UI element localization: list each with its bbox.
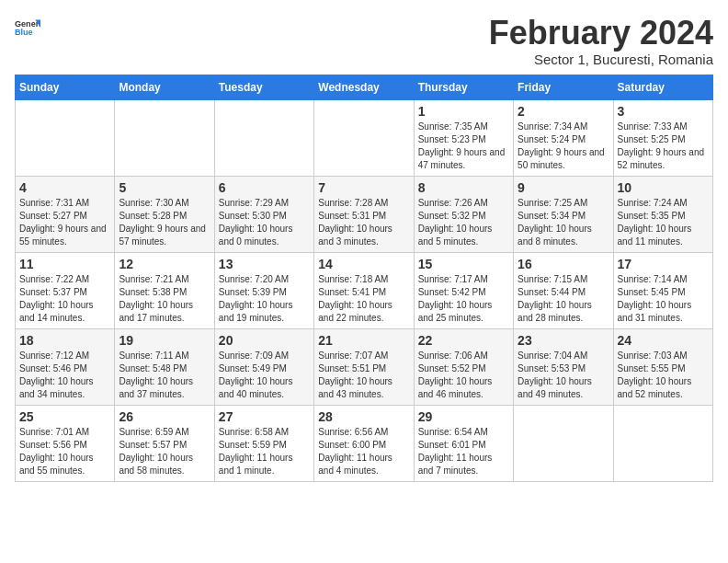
day-cell: 10Sunrise: 7:24 AMSunset: 5:35 PMDayligh… [613,176,712,252]
svg-text:Blue: Blue [15,28,33,37]
day-cell: 28Sunrise: 6:56 AMSunset: 6:00 PMDayligh… [314,405,414,481]
day-cell: 11Sunrise: 7:22 AMSunset: 5:37 PMDayligh… [16,252,115,328]
day-cell: 23Sunrise: 7:04 AMSunset: 5:53 PMDayligh… [514,328,613,405]
header-friday: Friday [514,75,613,99]
day-info: Sunrise: 6:56 AMSunset: 6:00 PMDaylight:… [318,426,409,477]
day-info: Sunrise: 7:07 AMSunset: 5:51 PMDaylight:… [318,350,409,401]
day-number: 4 [19,180,110,195]
day-number: 18 [19,333,110,348]
day-cell [314,99,414,176]
day-info: Sunrise: 7:30 AMSunset: 5:28 PMDaylight:… [119,197,210,248]
day-number: 17 [618,257,709,271]
day-cell: 6Sunrise: 7:29 AMSunset: 5:30 PMDaylight… [214,176,313,252]
day-info: Sunrise: 7:33 AMSunset: 5:25 PMDaylight:… [618,121,709,172]
day-info: Sunrise: 7:14 AMSunset: 5:45 PMDaylight:… [618,273,709,325]
day-number: 11 [19,257,110,271]
week-row-1: 1Sunrise: 7:35 AMSunset: 5:23 PMDaylight… [16,99,713,176]
days-of-week-row: SundayMondayTuesdayWednesdayThursdayFrid… [16,75,713,99]
logo: General Blue [15,15,40,40]
day-info: Sunrise: 7:18 AMSunset: 5:41 PMDaylight:… [318,273,409,325]
header-tuesday: Tuesday [214,75,313,99]
day-number: 3 [618,104,709,119]
day-number: 9 [518,180,609,195]
week-row-3: 11Sunrise: 7:22 AMSunset: 5:37 PMDayligh… [16,252,713,328]
day-cell: 3Sunrise: 7:33 AMSunset: 5:25 PMDaylight… [613,99,712,176]
day-info: Sunrise: 6:58 AMSunset: 5:59 PMDaylight:… [219,426,310,477]
day-cell: 26Sunrise: 6:59 AMSunset: 5:57 PMDayligh… [115,405,214,481]
day-number: 19 [119,333,210,348]
day-cell: 17Sunrise: 7:14 AMSunset: 5:45 PMDayligh… [613,252,712,328]
day-cell: 15Sunrise: 7:17 AMSunset: 5:42 PMDayligh… [414,252,513,328]
day-number: 15 [418,257,509,271]
header-saturday: Saturday [613,75,712,99]
day-number: 12 [119,257,210,271]
day-cell: 13Sunrise: 7:20 AMSunset: 5:39 PMDayligh… [214,252,313,328]
calendar-body: 1Sunrise: 7:35 AMSunset: 5:23 PMDaylight… [16,99,713,481]
day-info: Sunrise: 7:09 AMSunset: 5:49 PMDaylight:… [219,350,310,401]
day-cell: 4Sunrise: 7:31 AMSunset: 5:27 PMDaylight… [16,176,115,252]
day-number: 10 [618,180,709,195]
day-number: 16 [518,257,609,271]
week-row-2: 4Sunrise: 7:31 AMSunset: 5:27 PMDaylight… [16,176,713,252]
day-cell: 18Sunrise: 7:12 AMSunset: 5:46 PMDayligh… [16,328,115,405]
day-info: Sunrise: 7:29 AMSunset: 5:30 PMDaylight:… [219,197,310,248]
calendar-table: SundayMondayTuesdayWednesdayThursdayFrid… [15,75,713,482]
day-info: Sunrise: 7:21 AMSunset: 5:38 PMDaylight:… [119,273,210,325]
day-info: Sunrise: 7:24 AMSunset: 5:35 PMDaylight:… [618,197,709,248]
day-info: Sunrise: 6:59 AMSunset: 5:57 PMDaylight:… [119,426,210,477]
day-cell [115,99,214,176]
day-number: 5 [119,180,210,195]
day-number: 21 [318,333,409,348]
day-cell: 22Sunrise: 7:06 AMSunset: 5:52 PMDayligh… [414,328,513,405]
day-cell: 21Sunrise: 7:07 AMSunset: 5:51 PMDayligh… [314,328,414,405]
header-monday: Monday [115,75,214,99]
day-info: Sunrise: 7:12 AMSunset: 5:46 PMDaylight:… [19,350,110,401]
day-cell [514,405,613,481]
day-info: Sunrise: 7:20 AMSunset: 5:39 PMDaylight:… [219,273,310,325]
day-number: 13 [219,257,310,271]
logo-icon: General Blue [15,15,40,40]
title-area: February 2024 Sector 1, Bucuresti, Roman… [489,15,713,67]
day-cell [214,99,313,176]
day-info: Sunrise: 7:34 AMSunset: 5:24 PMDaylight:… [518,121,609,172]
day-number: 27 [219,409,310,424]
day-cell [16,99,115,176]
calendar-header: SundayMondayTuesdayWednesdayThursdayFrid… [16,75,713,99]
day-cell: 9Sunrise: 7:25 AMSunset: 5:34 PMDaylight… [514,176,613,252]
day-number: 28 [318,409,409,424]
day-info: Sunrise: 7:04 AMSunset: 5:53 PMDaylight:… [518,350,609,401]
day-number: 29 [418,409,509,424]
day-info: Sunrise: 7:06 AMSunset: 5:52 PMDaylight:… [418,350,509,401]
header-sunday: Sunday [16,75,115,99]
day-info: Sunrise: 7:26 AMSunset: 5:32 PMDaylight:… [418,197,509,248]
day-number: 1 [418,104,509,119]
week-row-5: 25Sunrise: 7:01 AMSunset: 5:56 PMDayligh… [16,405,713,481]
day-number: 6 [219,180,310,195]
day-number: 7 [318,180,409,195]
day-number: 2 [518,104,609,119]
day-cell: 27Sunrise: 6:58 AMSunset: 5:59 PMDayligh… [214,405,313,481]
header: General Blue February 2024 Sector 1, Buc… [15,15,713,67]
subtitle: Sector 1, Bucuresti, Romania [489,52,713,67]
day-number: 25 [19,409,110,424]
day-cell: 20Sunrise: 7:09 AMSunset: 5:49 PMDayligh… [214,328,313,405]
day-info: Sunrise: 7:01 AMSunset: 5:56 PMDaylight:… [19,426,110,477]
day-number: 26 [119,409,210,424]
day-info: Sunrise: 7:11 AMSunset: 5:48 PMDaylight:… [119,350,210,401]
header-thursday: Thursday [414,75,513,99]
day-cell: 25Sunrise: 7:01 AMSunset: 5:56 PMDayligh… [16,405,115,481]
day-info: Sunrise: 7:25 AMSunset: 5:34 PMDaylight:… [518,197,609,248]
day-info: Sunrise: 7:17 AMSunset: 5:42 PMDaylight:… [418,273,509,325]
day-number: 14 [318,257,409,271]
day-number: 8 [418,180,509,195]
day-number: 22 [418,333,509,348]
day-cell: 7Sunrise: 7:28 AMSunset: 5:31 PMDaylight… [314,176,414,252]
day-cell: 12Sunrise: 7:21 AMSunset: 5:38 PMDayligh… [115,252,214,328]
day-number: 20 [219,333,310,348]
day-info: Sunrise: 7:15 AMSunset: 5:44 PMDaylight:… [518,273,609,325]
day-cell: 19Sunrise: 7:11 AMSunset: 5:48 PMDayligh… [115,328,214,405]
day-cell [613,405,712,481]
week-row-4: 18Sunrise: 7:12 AMSunset: 5:46 PMDayligh… [16,328,713,405]
day-info: Sunrise: 7:28 AMSunset: 5:31 PMDaylight:… [318,197,409,248]
day-cell: 29Sunrise: 6:54 AMSunset: 6:01 PMDayligh… [414,405,513,481]
